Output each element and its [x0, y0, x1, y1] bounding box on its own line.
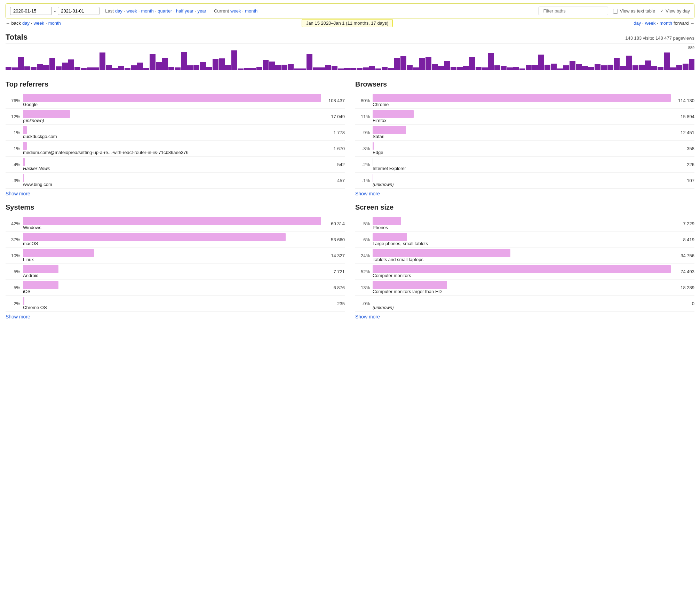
stat-label: (unknown)	[373, 182, 671, 187]
stat-label: (unknown)	[23, 118, 321, 123]
chart-bar	[12, 67, 18, 70]
filter-paths-input[interactable]	[539, 7, 608, 15]
totals-section: Totals 143 183 visits; 148 477 pageviews…	[6, 33, 694, 73]
chart-bar	[407, 65, 413, 70]
current-links: Current week · month	[214, 8, 257, 14]
chart-bar	[664, 52, 670, 70]
screen-size-section: Screen size 5%Phones7 2296%Large phones,…	[355, 203, 694, 319]
chart-bar	[388, 68, 394, 70]
stat-pct: 5%	[355, 221, 370, 226]
quick-link-day[interactable]: day	[115, 8, 122, 14]
chart-bar	[394, 58, 400, 70]
chart-bar	[288, 64, 294, 70]
nav-forward-month[interactable]: month	[660, 21, 672, 26]
chart-bar	[6, 67, 11, 70]
chart-bar	[250, 68, 256, 70]
chart-bar	[369, 66, 375, 70]
chart-bar	[168, 67, 174, 70]
chart-bar	[118, 66, 124, 70]
stat-bar	[373, 94, 671, 102]
systems-show-more[interactable]: Show more	[6, 314, 30, 319]
table-row: 6%Large phones, small tablets8 419	[355, 232, 694, 248]
stat-bar-wrap: medium.com/@mateioprea/setting-up-a-re..…	[23, 142, 321, 155]
chart-bar	[588, 67, 594, 70]
stat-label: Chrome OS	[23, 305, 321, 310]
stat-bar-wrap: Firefox	[373, 110, 671, 123]
nav-back-week[interactable]: week	[34, 21, 44, 26]
current-month[interactable]: month	[245, 8, 257, 14]
stat-bar-wrap: duckduckgo.com	[23, 126, 321, 139]
stat-label: Windows	[23, 225, 321, 230]
stat-bar	[23, 110, 70, 118]
quick-link-year[interactable]: year	[198, 8, 206, 14]
chart-bar	[658, 67, 663, 70]
current-week[interactable]: week	[230, 8, 241, 14]
view-as-text-table-label[interactable]: View as text table	[613, 8, 655, 14]
stat-bar	[23, 158, 25, 166]
browsers-rows: 80%Chrome114 13011%Firefox15 8949%Safari…	[355, 93, 694, 189]
chart-bar	[676, 65, 682, 70]
stat-bar	[373, 142, 374, 150]
stat-bar-wrap: Computer monitors larger than HD	[373, 281, 671, 294]
chart-bar	[689, 59, 694, 70]
view-as-text-table-checkbox[interactable]	[613, 9, 618, 14]
bar-chart	[6, 46, 694, 70]
browsers-show-more[interactable]: Show more	[355, 191, 380, 196]
chart-bar	[37, 64, 43, 70]
stat-bar	[23, 233, 286, 241]
chart-bar	[156, 62, 162, 70]
chart-max-label: 889	[688, 46, 694, 50]
nav-back-day[interactable]: day	[22, 21, 30, 26]
chart-bar	[93, 67, 99, 70]
chart-bar	[357, 68, 363, 70]
stat-bar	[23, 281, 58, 289]
chart-bar	[150, 54, 156, 70]
stat-pct: .3%	[6, 178, 20, 183]
referrers-section: Top referrers 76%Google108 43712%(unknow…	[6, 80, 345, 196]
stat-bar-wrap: Linux	[23, 249, 321, 262]
date-start-input[interactable]	[10, 7, 52, 15]
table-row: .2%Chrome OS235	[6, 296, 345, 312]
stat-count: 1 778	[324, 130, 345, 135]
view-by-day-label[interactable]: ✓ View by day	[660, 8, 690, 14]
stat-label: Linux	[23, 257, 321, 262]
stat-bar	[373, 281, 447, 289]
referrers-show-more[interactable]: Show more	[6, 191, 30, 196]
screen-size-show-more[interactable]: Show more	[355, 314, 380, 319]
table-row: 9%Safari12 451	[355, 125, 694, 141]
stat-bar	[23, 174, 24, 182]
chart-bar	[438, 66, 444, 70]
quick-link-quarter[interactable]: quarter	[158, 8, 172, 14]
stat-bar-wrap: Safari	[373, 126, 671, 139]
stat-bar	[373, 249, 510, 257]
stat-bar	[23, 126, 27, 134]
chart-bar	[551, 64, 557, 70]
chart-bar	[56, 66, 62, 70]
date-separator: -	[54, 8, 56, 14]
chart-bar	[645, 60, 651, 70]
chart-bar	[607, 65, 613, 70]
systems-title: Systems	[6, 203, 345, 213]
quick-link-month[interactable]: month	[141, 8, 153, 14]
stat-pct: .4%	[6, 162, 20, 167]
table-row: 5%Android7 721	[6, 264, 345, 280]
nav-forward-week[interactable]: week	[645, 21, 655, 26]
quick-link-week[interactable]: week	[127, 8, 137, 14]
referrers-rows: 76%Google108 43712%(unknown)17 0491%duck…	[6, 93, 345, 189]
chart-bar	[375, 68, 381, 70]
chart-bar	[68, 59, 74, 70]
chart-bar	[538, 55, 544, 70]
chart-bar	[263, 60, 269, 70]
table-row: 80%Chrome114 130	[355, 93, 694, 109]
quick-link-halfyear[interactable]: half year	[176, 8, 193, 14]
nav-back-month[interactable]: month	[48, 21, 61, 26]
stat-pct: 10%	[6, 253, 20, 258]
chart-bar	[513, 67, 519, 70]
date-end-input[interactable]	[58, 7, 100, 15]
nav-forward-day[interactable]: day	[634, 21, 641, 26]
chart-bar	[413, 67, 419, 70]
chart-bar	[87, 67, 93, 70]
stat-label: Computer monitors	[373, 273, 671, 278]
chart-bar	[275, 65, 281, 70]
chart-bar	[432, 64, 438, 70]
